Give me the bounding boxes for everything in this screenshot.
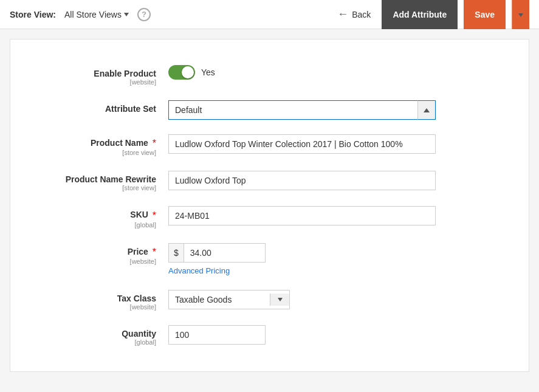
enable-product-control: Yes <box>168 65 436 80</box>
tax-class-row: Tax Class [website] None Taxable Goods <box>10 283 529 318</box>
sku-label-col: SKU * [global] <box>35 206 156 228</box>
toggle-thumb <box>182 66 194 78</box>
sku-row: SKU * [global] <box>10 199 529 235</box>
sku-label: SKU <box>130 210 148 219</box>
store-view-value: All Store Views <box>64 10 122 19</box>
product-name-sub: [store view] <box>35 149 156 156</box>
price-required-star: * <box>153 247 156 257</box>
product-name-label: Product Name <box>91 138 148 148</box>
attribute-set-select[interactable]: Default Top Bottom <box>168 100 417 120</box>
product-name-required-star: * <box>153 138 156 148</box>
price-input[interactable] <box>184 244 245 262</box>
chevron-down-icon <box>124 13 129 16</box>
back-label: Back <box>352 10 371 19</box>
attribute-set-row: Attribute Set Default Top Bottom <box>10 93 529 127</box>
tax-class-select[interactable]: None Taxable Goods <box>169 291 270 309</box>
enable-product-label: Enable Product <box>94 69 156 78</box>
quantity-label: Quantity <box>122 329 156 339</box>
product-name-rewrite-label: Product Name Rewrite <box>66 174 156 184</box>
quantity-label-col: Quantity [global] <box>35 325 156 346</box>
price-sub: [website] <box>35 258 156 265</box>
product-name-label-col: Product Name * [store view] <box>35 134 156 156</box>
price-label: Price <box>128 247 148 256</box>
price-label-col: Price * [website] <box>35 243 156 265</box>
product-name-rewrite-sub: [store view] <box>35 184 156 191</box>
toggle-yes-label: Yes <box>201 67 215 77</box>
enable-product-label-col: Enable Product [website] <box>35 65 156 86</box>
attribute-set-label: Attribute Set <box>105 104 156 114</box>
price-currency-symbol: $ <box>169 244 184 262</box>
toggle-row: Yes <box>168 65 436 80</box>
attribute-set-select-wrapper: Default Top Bottom <box>168 100 436 120</box>
price-control: $ Advanced Pricing <box>168 243 436 275</box>
product-name-rewrite-row: Product Name Rewrite [store view] <box>10 163 529 199</box>
product-name-rewrite-label-col: Product Name Rewrite [store view] <box>35 171 156 191</box>
tax-class-control: None Taxable Goods <box>168 290 436 309</box>
tax-class-select-wrapper: None Taxable Goods <box>168 290 290 309</box>
quantity-input[interactable] <box>168 325 266 345</box>
product-name-rewrite-control <box>168 171 436 190</box>
quantity-control <box>168 325 436 345</box>
enable-product-sub: [website] <box>35 78 156 86</box>
enable-product-toggle[interactable] <box>168 65 195 80</box>
select-arrow-up-icon <box>424 108 430 112</box>
attribute-set-control: Default Top Bottom <box>168 100 436 120</box>
toggle-track <box>168 65 195 80</box>
quantity-row: Quantity [global] <box>10 318 529 353</box>
sku-control <box>168 206 436 225</box>
advanced-pricing-link[interactable]: Advanced Pricing <box>168 266 436 275</box>
sku-required-star: * <box>153 210 156 221</box>
quantity-sub: [global] <box>35 339 156 346</box>
store-view-label: Store View: <box>10 10 56 19</box>
save-button[interactable]: Save <box>464 0 506 29</box>
main-content: Enable Product [website] Yes Attribute S… <box>10 39 529 372</box>
select-arrow-button[interactable] <box>417 100 436 120</box>
price-row: Price * [website] $ Advanced Pricing <box>10 236 529 283</box>
sku-input[interactable] <box>168 206 436 225</box>
help-icon[interactable]: ? <box>137 8 151 21</box>
enable-product-row: Enable Product [website] Yes <box>10 58 529 93</box>
save-dropdown-button[interactable] <box>512 0 529 29</box>
product-name-input[interactable] <box>168 134 436 154</box>
header-bar: Store View: All Store Views ? ← Back Add… <box>0 0 539 29</box>
store-view-select[interactable]: All Store Views <box>64 10 129 19</box>
tax-select-arrow-button[interactable] <box>270 294 289 306</box>
product-name-control <box>168 134 436 154</box>
price-wrapper: $ <box>168 243 266 263</box>
product-name-rewrite-input[interactable] <box>168 171 436 190</box>
product-name-row: Product Name * [store view] <box>10 127 529 163</box>
tax-class-label-col: Tax Class [website] <box>35 290 156 311</box>
back-button[interactable]: ← Back <box>332 5 376 23</box>
attribute-set-label-col: Attribute Set <box>35 100 156 114</box>
back-arrow-icon: ← <box>337 8 348 21</box>
add-attribute-button[interactable]: Add Attribute <box>382 0 458 29</box>
tax-class-sub: [website] <box>35 303 156 311</box>
save-dropdown-icon <box>518 13 523 17</box>
sku-sub: [global] <box>35 221 156 229</box>
tax-chevron-down-icon <box>278 298 283 301</box>
tax-class-label: Tax Class <box>117 294 156 303</box>
